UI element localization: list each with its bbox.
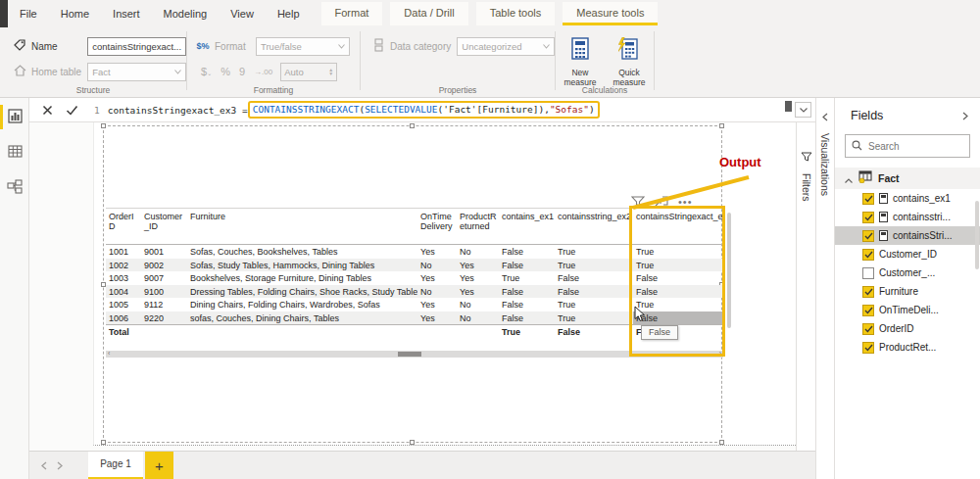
table-cell[interactable]: Yes <box>457 271 499 285</box>
resize-handle[interactable] <box>410 123 415 128</box>
field-item[interactable]: Customer_... <box>835 263 980 282</box>
table-cell[interactable]: sofas, Couches, Dining Chairs, Tables <box>187 311 417 325</box>
spinner-arrows-icon[interactable]: ▲▼ <box>328 68 333 75</box>
decimal-places-button[interactable]: →.00 <box>254 68 272 76</box>
thousands-separator-button[interactable]: 9 <box>239 66 245 77</box>
column-header[interactable]: contains_ex1 <box>499 209 555 244</box>
data-category-select[interactable]: Uncategorized <box>457 37 555 56</box>
table-cell[interactable]: False <box>499 245 555 259</box>
table-cell[interactable]: True <box>555 311 633 325</box>
previous-page-icon[interactable] <box>41 456 47 474</box>
table-cell[interactable]: 1002 <box>106 259 141 272</box>
table-vertical-scrollbar[interactable] <box>727 213 731 328</box>
table-cell[interactable]: 9220 <box>141 311 187 325</box>
field-checkbox[interactable] <box>862 193 874 205</box>
field-checkbox[interactable] <box>862 342 874 354</box>
percent-format-button[interactable]: % <box>220 66 230 77</box>
tab-format[interactable]: Format <box>321 2 383 25</box>
filters-pane-collapsed[interactable]: Filters <box>796 122 815 451</box>
table-cell[interactable]: Sofas, Couches, Bookshelves, Tables <box>187 245 417 259</box>
column-header[interactable]: containsStringexact_ex <box>633 209 723 244</box>
table-cell[interactable]: 1004 <box>106 285 141 299</box>
field-item[interactable]: ProductRet... <box>835 338 980 357</box>
column-header[interactable]: Customer_ID <box>141 209 187 244</box>
scrollbar-thumb[interactable] <box>398 352 421 357</box>
model-view-button[interactable] <box>0 173 29 203</box>
table-cell[interactable]: No <box>417 285 457 299</box>
field-item[interactable]: Furniture <box>835 282 980 301</box>
table-cell[interactable]: Dressing Tables, Folding Chairs, Shoe Ra… <box>187 285 417 299</box>
field-checkbox[interactable] <box>862 230 874 242</box>
formula-bar[interactable]: 1 containsStringexact_ex3 = CONTAINSSTRI… <box>29 98 815 122</box>
table-cell[interactable]: Sofas, Study Tables, Hammocks, Dining Ta… <box>187 259 417 272</box>
add-page-button[interactable]: + <box>145 452 173 479</box>
table-cell[interactable]: No <box>457 311 499 325</box>
page-tab[interactable]: Page 1 <box>88 452 143 479</box>
dax-formula[interactable]: 1 containsStringexact_ex3 = CONTAINSSTRI… <box>78 101 600 119</box>
column-header[interactable]: containsstring_ex2 <box>555 209 633 244</box>
report-page[interactable]: ••• OrderIDCustomer_IDFurnitureOnTime De… <box>93 122 796 446</box>
resize-handle[interactable] <box>101 440 106 445</box>
tab-view[interactable]: View <box>230 8 254 20</box>
table-cell[interactable]: False <box>633 285 723 299</box>
fields-table-fact[interactable]: Fact <box>835 168 980 189</box>
table-cell[interactable]: 1003 <box>106 271 141 285</box>
table-cell[interactable]: True <box>633 259 723 272</box>
table-horizontal-scrollbar[interactable]: ‹ › <box>106 351 723 358</box>
table-cell[interactable]: 9112 <box>141 298 187 311</box>
table-cell[interactable]: True <box>555 245 633 259</box>
measure-name-input[interactable]: containsStringexact... <box>87 37 186 56</box>
column-header[interactable]: Furniture <box>187 209 417 244</box>
tab-data-drill[interactable]: Data / Drill <box>390 2 467 25</box>
search-input[interactable] <box>868 141 966 152</box>
tab-insert[interactable]: Insert <box>113 8 140 20</box>
table-cell[interactable]: False <box>555 285 633 299</box>
field-checkbox[interactable] <box>862 286 874 298</box>
formula-expand-button[interactable] <box>795 102 811 118</box>
table-cell[interactable]: 9002 <box>141 259 187 272</box>
tab-measure-tools[interactable]: Measure tools <box>563 2 658 25</box>
column-header[interactable]: OnTime Delivery <box>417 209 457 244</box>
decimal-spinner[interactable]: Auto ▲▼ <box>280 63 337 81</box>
table-cell[interactable]: No <box>417 259 457 272</box>
table-cell[interactable]: No <box>457 245 499 259</box>
cancel-formula-button[interactable] <box>42 105 53 116</box>
tab-table-tools[interactable]: Table tools <box>476 2 556 25</box>
collapse-right-icon[interactable] <box>962 107 968 124</box>
collapse-left-icon[interactable] <box>822 108 828 125</box>
table-cell[interactable]: No <box>457 298 499 311</box>
field-item[interactable]: OnTimeDeli... <box>835 301 980 319</box>
field-checkbox[interactable] <box>862 249 874 261</box>
table-cell[interactable]: True <box>633 245 723 259</box>
fields-scrollbar[interactable] <box>975 201 979 269</box>
scroll-right-icon[interactable]: › <box>719 350 721 357</box>
tab-file[interactable]: File <box>20 8 37 20</box>
table-cell[interactable]: False <box>499 285 555 299</box>
table-cell[interactable]: True <box>555 259 633 272</box>
field-item[interactable]: OrderID <box>835 319 980 338</box>
commit-formula-button[interactable] <box>66 105 78 116</box>
visualizations-pane-collapsed[interactable]: Visualizations <box>815 98 835 479</box>
table-cell[interactable]: False <box>499 259 555 272</box>
next-page-icon[interactable] <box>57 456 63 474</box>
table-cell[interactable]: False <box>499 311 555 325</box>
column-header[interactable]: OrderID <box>106 209 141 244</box>
currency-format-button[interactable]: $⌄ <box>201 66 212 77</box>
field-item[interactable]: containsStri... <box>835 226 980 245</box>
fields-search-box[interactable] <box>845 134 970 158</box>
report-view-button[interactable] <box>0 103 29 132</box>
formula-scrollbar-thumb[interactable] <box>785 101 792 112</box>
table-cell[interactable]: Yes <box>457 285 499 299</box>
table-cell[interactable]: 1006 <box>106 311 141 325</box>
field-checkbox[interactable] <box>862 267 874 279</box>
field-item[interactable]: Customer_ID <box>835 245 980 263</box>
table-cell[interactable]: True <box>499 271 555 285</box>
resize-handle[interactable] <box>719 440 724 445</box>
data-view-button[interactable] <box>0 138 29 168</box>
tab-modeling[interactable]: Modeling <box>164 8 208 20</box>
table-cell[interactable]: 1005 <box>106 298 141 311</box>
tab-help[interactable]: Help <box>277 8 300 20</box>
table-cell[interactable]: Yes <box>417 311 457 325</box>
home-table-select[interactable]: Fact <box>87 63 186 81</box>
chevron-up-icon[interactable] <box>845 169 853 187</box>
